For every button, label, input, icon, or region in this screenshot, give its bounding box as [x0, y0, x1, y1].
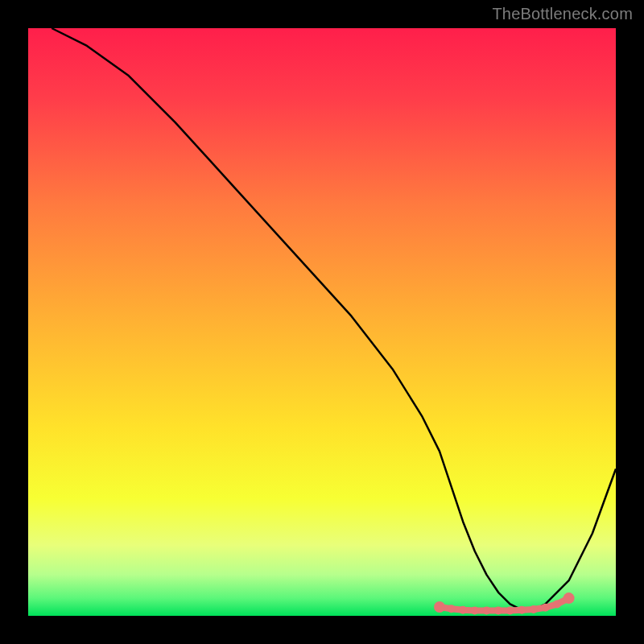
- optimal-marker-dot: [506, 606, 514, 614]
- plot-area: [28, 28, 616, 616]
- attribution-text: TheBottleneck.com: [492, 5, 633, 23]
- optimal-marker-dot: [448, 605, 456, 613]
- optimal-marker-dot: [482, 606, 490, 614]
- optimal-marker-dot: [541, 604, 549, 612]
- optimal-marker-dot: [471, 606, 479, 614]
- optimal-marker-dot: [459, 606, 467, 614]
- optimal-marker-dot: [530, 605, 538, 613]
- optimal-marker-dot: [553, 600, 561, 608]
- optimal-marker-dot: [564, 592, 575, 604]
- optimal-marker-dot: [434, 601, 445, 613]
- chart-container: TheBottleneck.com: [0, 0, 644, 644]
- optimal-marker-dot: [494, 606, 502, 614]
- optimal-marker-dot: [518, 606, 526, 614]
- bottleneck-chart: [0, 0, 644, 644]
